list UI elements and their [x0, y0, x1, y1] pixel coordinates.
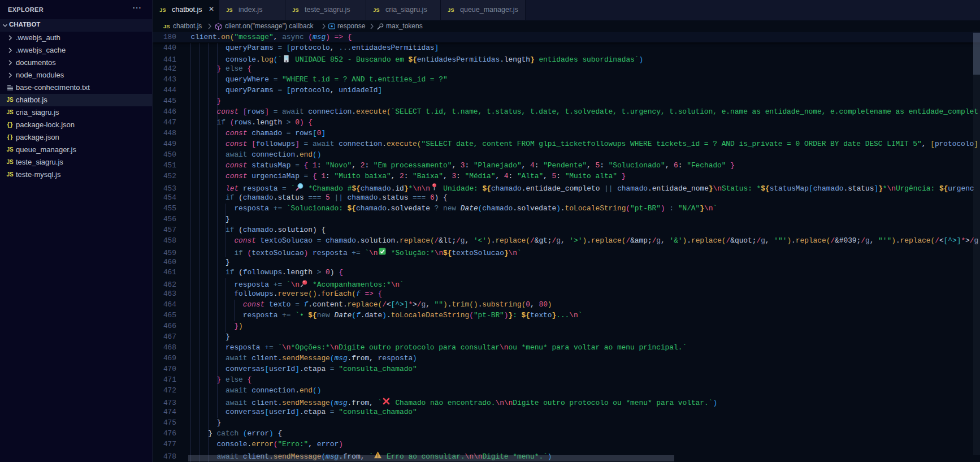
svg-text:JS: JS	[163, 23, 170, 29]
